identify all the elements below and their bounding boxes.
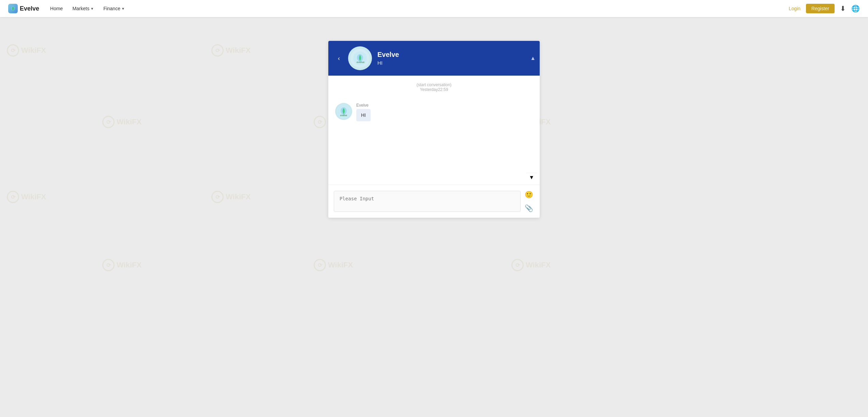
language-button[interactable]: 🌐 bbox=[851, 4, 860, 13]
navbar-links: Home Markets ▼ Finance ▼ bbox=[50, 6, 789, 11]
navbar-right: Login Register ⬇ 🌐 bbox=[789, 4, 860, 13]
message-sender-name: Evelve bbox=[356, 103, 371, 108]
start-time: Yesterday22:59 bbox=[417, 87, 452, 92]
main-content: ‹ evelve Evelve HI ▲ (start bbox=[0, 0, 868, 417]
markets-dropdown-icon: ▼ bbox=[90, 7, 94, 11]
chat-header-info: Evelve HI bbox=[377, 51, 399, 66]
message-row: evelve Evelve HI bbox=[335, 103, 533, 121]
svg-text:evelve: evelve bbox=[340, 114, 347, 117]
register-button[interactable]: Register bbox=[806, 4, 835, 13]
svg-text:evelve: evelve bbox=[357, 61, 365, 64]
emoji-button[interactable]: 🙂 bbox=[523, 189, 534, 200]
logo-text: Evelve bbox=[20, 5, 39, 12]
nav-home[interactable]: Home bbox=[50, 6, 63, 11]
chat-back-button[interactable]: ‹ bbox=[335, 53, 343, 63]
login-link[interactable]: Login bbox=[789, 6, 800, 11]
chat-header: ‹ evelve Evelve HI ▲ bbox=[328, 41, 540, 76]
navbar: Evelve Home Markets ▼ Finance ▼ Login Re… bbox=[0, 0, 868, 17]
logo[interactable]: Evelve bbox=[8, 4, 39, 13]
finance-dropdown-icon: ▼ bbox=[121, 7, 125, 11]
chat-start-info: (start conversation) Yesterday22:59 bbox=[417, 82, 452, 92]
globe-icon: 🌐 bbox=[851, 4, 860, 13]
logo-icon bbox=[8, 4, 18, 13]
start-conversation-label: (start conversation) bbox=[417, 82, 452, 87]
download-icon: ⬇ bbox=[840, 4, 846, 13]
chat-header-name: Evelve bbox=[377, 51, 399, 59]
message-avatar: evelve bbox=[335, 103, 352, 120]
attach-icon: 📎 bbox=[525, 204, 533, 212]
chat-header-status: HI bbox=[377, 60, 399, 66]
chat-input-area: 🙂 📎 bbox=[328, 185, 540, 218]
message-avatar-inner: evelve bbox=[337, 105, 350, 118]
scroll-down-bar: ▼ bbox=[526, 173, 537, 182]
message-bubble: HI bbox=[356, 109, 371, 121]
download-button[interactable]: ⬇ bbox=[840, 4, 846, 13]
chat-header-avatar-inner: evelve bbox=[350, 49, 370, 68]
scroll-down-icon: ▼ bbox=[529, 174, 534, 181]
nav-finance[interactable]: Finance ▼ bbox=[103, 6, 125, 11]
message-content: Evelve HI bbox=[356, 103, 371, 121]
chat-header-avatar: evelve bbox=[348, 46, 372, 70]
chat-input-row: 🙂 📎 bbox=[334, 189, 534, 214]
nav-markets[interactable]: Markets ▼ bbox=[72, 6, 94, 11]
chat-window: ‹ evelve Evelve HI ▲ (start bbox=[328, 41, 540, 218]
chat-messages: (start conversation) Yesterday22:59 evel… bbox=[328, 76, 540, 185]
emoji-icon: 🙂 bbox=[525, 190, 533, 199]
attach-button[interactable]: 📎 bbox=[523, 203, 534, 214]
chat-message-input[interactable] bbox=[334, 191, 521, 212]
input-actions: 🙂 📎 bbox=[523, 189, 534, 214]
chat-scroll-up-indicator: ▲ bbox=[530, 55, 536, 61]
